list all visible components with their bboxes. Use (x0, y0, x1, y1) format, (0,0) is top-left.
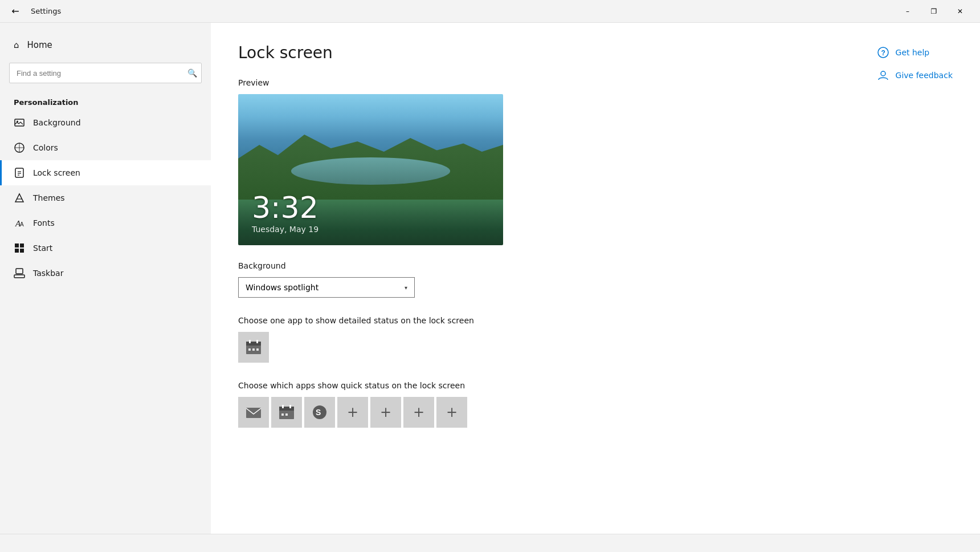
svg-text:S: S (316, 408, 321, 417)
sidebar-item-themes[interactable]: Themes (0, 185, 211, 210)
calendar-app-icon-2[interactable] (271, 397, 302, 428)
taskbar-label: Taskbar (33, 269, 63, 278)
svg-rect-25 (279, 407, 294, 411)
quick-status-section: Choose which apps show quick status on t… (238, 381, 953, 428)
taskbar-icon (14, 267, 25, 279)
svg-rect-26 (282, 405, 284, 408)
search-icon[interactable]: 🔍 (187, 68, 197, 78)
personalization-label: Personalization (0, 90, 211, 110)
skype-app-icon[interactable]: S (304, 397, 335, 428)
quick-status-label: Choose which apps show quick status on t… (238, 381, 953, 390)
svg-rect-27 (289, 405, 291, 408)
svg-rect-12 (15, 249, 19, 253)
search-input[interactable] (9, 63, 202, 83)
sidebar-item-background[interactable]: Background (0, 110, 211, 135)
preview-label: Preview (238, 78, 953, 87)
plus-icon-1: + (347, 404, 358, 420)
svg-rect-29 (285, 413, 288, 416)
chevron-down-icon: ▾ (405, 285, 407, 291)
search-box: 🔍 (9, 63, 202, 83)
preview-image-container: 3:32 Tuesday, May 19 (238, 94, 503, 245)
sidebar-item-fonts[interactable]: A A Fonts (0, 210, 211, 236)
mail-app-icon[interactable] (238, 397, 269, 428)
background-section: Background Windows spotlight ▾ (238, 261, 953, 298)
fonts-icon: A A (14, 217, 25, 229)
svg-rect-23 (246, 408, 261, 418)
svg-rect-0 (15, 119, 24, 126)
background-selected-value: Windows spotlight (246, 283, 318, 292)
minimize-icon: – (906, 7, 909, 15)
mail-icon (245, 404, 262, 421)
plus-icon-3: + (413, 404, 424, 420)
sidebar-item-home[interactable]: ⌂ Home (0, 34, 211, 56)
detailed-status-apps (238, 332, 953, 363)
minimize-button[interactable]: – (895, 0, 921, 23)
lock-screen-icon (14, 167, 25, 178)
svg-rect-10 (15, 243, 19, 247)
calendar-app-icon[interactable] (238, 332, 269, 363)
back-button[interactable]: ← (7, 3, 24, 20)
skype-icon: S (311, 404, 328, 421)
get-help-label[interactable]: Get help (896, 48, 930, 57)
preview-date: Tuesday, May 19 (252, 225, 489, 234)
title-bar-left: ← Settings (7, 3, 895, 20)
close-icon: ✕ (957, 7, 963, 15)
window-controls: – ❐ ✕ (895, 0, 973, 23)
get-help-item[interactable]: ? Get help (876, 46, 953, 59)
svg-point-1 (17, 121, 18, 123)
give-feedback-label[interactable]: Give feedback (896, 71, 953, 80)
page-title: Lock screen (238, 43, 953, 62)
add-app-1[interactable]: + (337, 397, 368, 428)
sidebar-item-colors[interactable]: Colors (0, 135, 211, 160)
main-content: Lock screen Preview 3:32 Tuesday, May 19… (211, 23, 980, 534)
sidebar: ⌂ Home 🔍 Personalization Background (0, 23, 211, 534)
give-feedback-item[interactable]: Give feedback (876, 68, 953, 82)
svg-point-34 (881, 71, 885, 76)
svg-text:?: ? (881, 49, 885, 57)
sidebar-item-taskbar[interactable]: Taskbar (0, 261, 211, 286)
svg-rect-3 (15, 168, 23, 177)
background-icon (14, 117, 25, 128)
start-label: Start (33, 243, 52, 253)
svg-rect-15 (16, 269, 23, 274)
restore-button[interactable]: ❐ (921, 0, 947, 23)
sidebar-item-start[interactable]: Start (0, 236, 211, 261)
close-button[interactable]: ✕ (947, 0, 973, 23)
quick-status-apps: S + + + + (238, 397, 953, 428)
svg-rect-20 (248, 348, 251, 351)
fonts-label: Fonts (33, 218, 55, 228)
get-help-icon: ? (876, 46, 890, 59)
svg-rect-18 (249, 340, 251, 343)
background-label: Background (33, 118, 81, 127)
background-section-label: Background (238, 261, 953, 270)
calendar-icon (245, 339, 262, 356)
colors-label: Colors (33, 143, 58, 152)
svg-rect-28 (281, 413, 284, 416)
add-app-2[interactable]: + (370, 397, 401, 428)
lock-screen-label: Lock screen (33, 168, 80, 177)
detailed-status-label: Choose one app to show detailed status o… (238, 316, 953, 325)
svg-rect-14 (14, 275, 24, 278)
svg-rect-13 (20, 249, 24, 253)
detailed-status-section: Choose one app to show detailed status o… (238, 316, 953, 363)
plus-icon-4: + (446, 404, 458, 420)
add-app-3[interactable]: + (403, 397, 434, 428)
svg-rect-21 (252, 348, 255, 351)
back-icon: ← (11, 6, 19, 17)
home-label: Home (27, 40, 52, 50)
title-bar: ← Settings – ❐ ✕ (0, 0, 980, 23)
plus-icon-2: + (380, 404, 391, 420)
sidebar-item-lock-screen[interactable]: Lock screen (0, 160, 211, 185)
themes-icon (14, 192, 25, 204)
background-dropdown[interactable]: Windows spotlight ▾ (238, 277, 415, 298)
add-app-4[interactable]: + (436, 397, 467, 428)
give-feedback-icon (876, 68, 890, 82)
svg-text:A: A (20, 221, 24, 228)
help-panel: ? Get help Give feedback (876, 46, 953, 91)
home-icon: ⌂ (14, 40, 19, 50)
svg-rect-11 (20, 243, 24, 247)
colors-icon (14, 142, 25, 153)
themes-label: Themes (33, 193, 65, 202)
svg-rect-22 (256, 348, 259, 351)
bottom-bar (0, 534, 980, 552)
